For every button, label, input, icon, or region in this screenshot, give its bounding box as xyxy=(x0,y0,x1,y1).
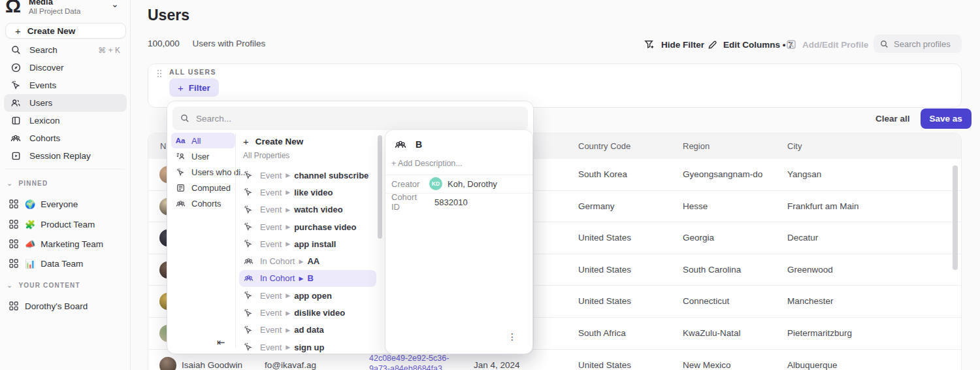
chevron-right-icon: ▶ xyxy=(286,292,290,299)
category-tab-cohorts[interactable]: Cohorts xyxy=(171,195,235,211)
chevron-down-icon[interactable]: ⌄ xyxy=(111,0,119,9)
hide-filter-button[interactable]: Hide Filter xyxy=(644,39,704,50)
cell-region: South Carolina xyxy=(683,254,741,286)
session-replay-icon xyxy=(10,151,21,161)
avatar xyxy=(159,357,176,370)
project-switcher[interactable]: Ω Media All Project Data xyxy=(5,0,80,17)
dropdown-item-event[interactable]: Event▶watch video xyxy=(235,201,380,218)
cell-user-id[interactable]: 42c08e49-2e92-5c36-9a73-a84eb8684fa3 xyxy=(369,353,449,370)
cohorts-icon xyxy=(395,139,406,150)
cell-country: United States xyxy=(578,254,631,286)
add-edit-profile-button[interactable]: Add/Edit Profile xyxy=(786,39,868,50)
category-tab-user[interactable]: User xyxy=(171,148,235,164)
chevron-right-icon: ▶ xyxy=(286,241,290,247)
sidebar-item-users[interactable]: Users xyxy=(4,94,127,112)
chevron-right-icon: ▶ xyxy=(286,327,290,333)
add-filter-button[interactable]: + Filter xyxy=(169,78,219,97)
chevron-down-icon: ⌄ xyxy=(7,281,13,290)
search-profiles-input[interactable]: Search profiles xyxy=(874,35,962,53)
table-scrollbar[interactable] xyxy=(953,165,958,270)
funnel-icon xyxy=(644,39,655,50)
cohort-detail-popup: B + Add Description... Creator KD Koh, D… xyxy=(385,130,532,354)
board-grid-icon xyxy=(9,259,18,268)
dropdown-search-input[interactable]: Search... xyxy=(172,107,528,130)
column-header-region[interactable]: Region xyxy=(683,133,710,159)
aa-text-icon: Aa xyxy=(175,137,186,144)
column-header-city[interactable]: City xyxy=(787,133,802,159)
sidebar-item-events[interactable]: Events xyxy=(4,76,127,94)
dropdown-create-new-button[interactable]: + Create New xyxy=(243,133,303,150)
event-icon xyxy=(243,205,253,214)
cohorts-icon xyxy=(243,257,253,265)
save-as-button[interactable]: Save as xyxy=(921,109,972,129)
dropdown-item-cohort-selected[interactable]: In Cohort▶B xyxy=(239,270,376,287)
sidebar-item-session-replay[interactable]: Session Replay xyxy=(4,147,127,165)
sidebar-item-data-team[interactable]: 📊 Data Team xyxy=(4,255,127,272)
dropdown-scrollbar[interactable] xyxy=(378,135,382,239)
sidebar-item-everyone[interactable]: 🌍 Everyone xyxy=(4,195,127,212)
category-tab-all[interactable]: Aa All xyxy=(171,133,235,148)
dropdown-item-event[interactable]: Event▶ad data xyxy=(235,322,380,339)
dropdown-item-cohort[interactable]: In Cohort▶AA xyxy=(235,252,380,269)
dropdown-search-placeholder: Search... xyxy=(196,114,231,124)
add-description-link[interactable]: + Add Description... xyxy=(391,159,463,168)
sidebar-divider xyxy=(5,169,125,169)
event-icon xyxy=(243,239,253,248)
board-grid-icon xyxy=(9,301,18,311)
category-tab-computed[interactable]: Computed xyxy=(171,180,235,195)
cell-country: Germany xyxy=(578,191,615,223)
cell-city: Greenwood xyxy=(787,254,833,286)
users-icon xyxy=(10,98,21,109)
chevron-down-icon: ⌄ xyxy=(7,179,13,188)
create-new-button[interactable]: + Create New xyxy=(5,23,126,39)
chevron-right-icon: ▶ xyxy=(286,189,290,195)
dropdown-item-event[interactable]: Event▶channel subscribe xyxy=(235,167,380,184)
dropdown-item-event[interactable]: Event▶like video xyxy=(235,184,380,201)
dropdown-item-event[interactable]: Event▶dislike video xyxy=(235,304,380,321)
cohorts-icon xyxy=(175,199,186,208)
cell-city: Yangsan xyxy=(787,159,821,191)
sidebar: Ω Media All Project Data ⌄ + Create New … xyxy=(0,0,131,370)
chevron-right-icon: ▶ xyxy=(286,310,290,316)
dropdown-item-event[interactable]: Event▶sign up xyxy=(235,339,380,356)
chevron-right-icon: ▶ xyxy=(286,207,290,213)
column-header-country-code[interactable]: Country Code xyxy=(578,133,630,159)
dropdown-item-event[interactable]: Event▶app install xyxy=(235,235,380,252)
dropdown-items-list: Event▶channel subscribe Event▶like video… xyxy=(235,167,380,356)
category-tab-users-who-did[interactable]: Users who di... xyxy=(171,164,235,180)
cell-city: Frankfurt am Main xyxy=(787,191,859,223)
cell-region: New Mexico xyxy=(683,350,731,370)
kebab-menu-icon[interactable]: ⋮ xyxy=(508,331,517,342)
sidebar-item-discover[interactable]: Discover xyxy=(4,59,127,76)
sidebar-item-cohorts[interactable]: Cohorts xyxy=(4,129,127,147)
sidebar-item-lexicon[interactable]: Lexicon xyxy=(4,112,127,129)
megaphone-emoji-icon: 📣 xyxy=(25,239,35,249)
cell-country: United States xyxy=(578,286,631,318)
event-icon xyxy=(243,326,253,335)
cell-city: Manchester xyxy=(787,286,834,318)
plus-icon: + xyxy=(243,136,249,147)
edit-columns-button[interactable]: Edit Columns • 7 xyxy=(708,40,793,50)
pinned-section-header[interactable]: ⌄ PINNED xyxy=(7,179,48,188)
profile-count: 100,000 Users with Profiles xyxy=(148,39,265,48)
dropdown-item-event[interactable]: Event▶app open xyxy=(235,287,380,304)
project-logo-icon: Ω xyxy=(5,0,21,17)
sidebar-item-product-team[interactable]: 🧩 Product Team xyxy=(4,216,127,233)
dropdown-section-label: All Properties xyxy=(243,151,289,160)
collapse-panel-icon[interactable]: ⇤ xyxy=(217,337,225,348)
cell-country: South Korea xyxy=(578,159,627,191)
drag-handle-icon[interactable] xyxy=(157,69,162,78)
sidebar-item-search[interactable]: Search ⌘ + K xyxy=(4,41,127,59)
compass-icon xyxy=(10,63,21,73)
filter-group-label: ALL USERS xyxy=(169,68,216,76)
sidebar-item-dorothys-board[interactable]: Dorothy's Board xyxy=(4,297,127,314)
dropdown-item-event[interactable]: Event▶purchase video xyxy=(235,218,380,235)
your-content-section-header[interactable]: ⌄ YOUR CONTENT xyxy=(7,281,80,290)
search-icon xyxy=(10,45,21,56)
chevron-right-icon: ▶ xyxy=(299,258,303,265)
sidebar-item-marketing-team[interactable]: 📣 Marketing Team xyxy=(4,235,127,252)
cohort-id-label: Cohort ID xyxy=(391,192,423,212)
clear-all-button[interactable]: Clear all xyxy=(875,114,910,124)
cell-country: United States xyxy=(578,222,631,254)
cohorts-icon xyxy=(10,133,21,144)
